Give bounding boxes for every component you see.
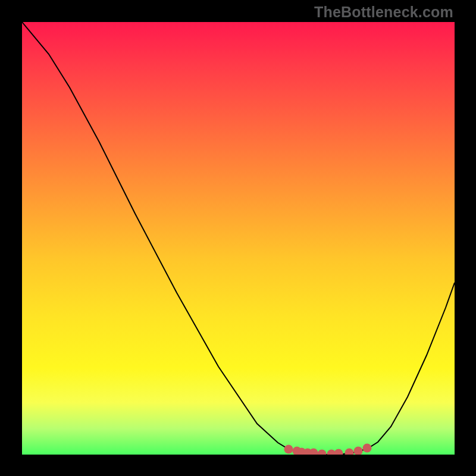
chart-frame: TheBottleneck.com [0, 0, 476, 476]
gradient-plot-area [22, 22, 455, 455]
watermark-label: TheBottleneck.com [314, 4, 453, 21]
